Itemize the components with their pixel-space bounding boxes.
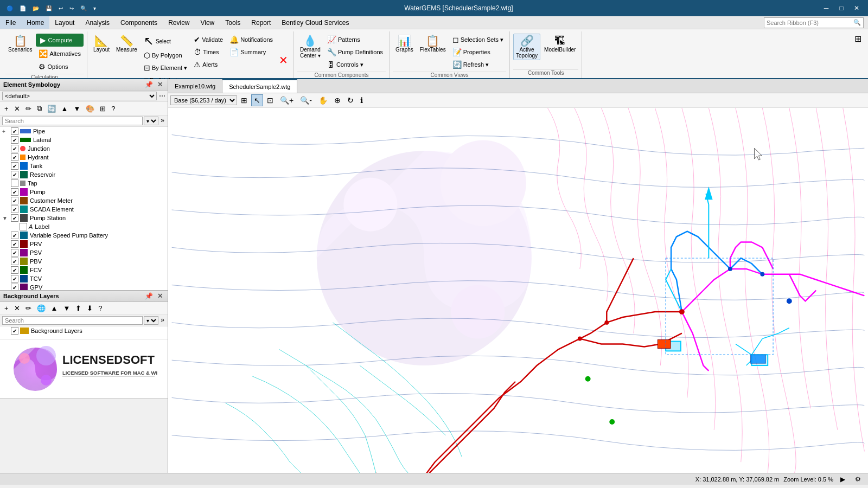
pin-button[interactable]: 📌 xyxy=(143,81,155,88)
symbology-search-expand[interactable]: » xyxy=(159,117,165,125)
status-refresh-btn[interactable]: ▶ xyxy=(838,474,848,485)
alerts-button[interactable]: ⚠ Alerts xyxy=(191,59,226,70)
close-panel-button[interactable]: ✕ xyxy=(156,81,164,88)
tree-item-pump-station[interactable]: ▼ ✔ Pump Station xyxy=(0,214,168,222)
menu-file[interactable]: File xyxy=(0,16,21,29)
close-button[interactable]: ✕ xyxy=(850,3,864,14)
app-icons[interactable]: 🔵 📄 📂 💾 ↩ ↪ 🔍 ▾ xyxy=(4,4,98,12)
tree-item-junction[interactable]: ✔ Junction xyxy=(0,144,168,153)
layout-button[interactable]: 📐 Layout xyxy=(91,34,112,54)
find-btn[interactable]: 🔍 xyxy=(78,4,89,12)
tab-scheduler-sample2[interactable]: SchedulerSample2.wtg xyxy=(222,79,297,93)
bg-down-btn[interactable]: ▼ xyxy=(61,303,72,313)
window-controls[interactable]: ─ □ ✕ xyxy=(819,3,864,14)
delete-btn[interactable]: ✕ xyxy=(12,104,22,114)
map-canvas[interactable]: LicensedSoft.com xyxy=(168,108,868,473)
tree-item-scada[interactable]: ✔ SCADA Element xyxy=(0,205,168,214)
measure-button[interactable]: 📏 Measure xyxy=(113,34,140,54)
bg-pin-button[interactable]: 📌 xyxy=(143,292,155,300)
by-polygon-button[interactable]: ⬡ By Polygon xyxy=(141,49,190,61)
new-btn[interactable]: 📄 xyxy=(17,4,28,12)
tree-item-tcv[interactable]: ✔ TCV xyxy=(0,274,168,283)
modelbuilder-button[interactable]: 🏗 ModelBuilder xyxy=(541,34,578,54)
tree-item-customer-meter[interactable]: ✔ Customer Meter xyxy=(0,196,168,205)
bg-search-input[interactable] xyxy=(2,316,143,325)
bg-add-btn[interactable]: + xyxy=(2,303,11,313)
tree-item-pbv[interactable]: ✔ PBV xyxy=(0,257,168,266)
down-btn[interactable]: ▼ xyxy=(71,104,82,114)
bg-up-btn[interactable]: ▲ xyxy=(49,303,60,313)
tab-example10[interactable]: Example10.wtg xyxy=(168,79,222,93)
help-btn[interactable]: ? xyxy=(109,104,117,114)
gpv-checkbox[interactable]: ✔ xyxy=(11,284,18,290)
ribbon-customize-button[interactable]: ⊞ xyxy=(854,34,861,44)
controls-button[interactable]: 🎛 Controls ▾ xyxy=(324,59,386,70)
zoom-extents-btn[interactable]: ⊞ xyxy=(238,94,250,106)
notifications-button[interactable]: 🔔 Notifications xyxy=(227,34,276,46)
selection-sets-button[interactable]: ◻ Selection Sets ▾ xyxy=(450,34,506,46)
tcv-checkbox[interactable]: ✔ xyxy=(11,275,18,282)
graphs-button[interactable]: 📊 Graphs xyxy=(393,34,416,54)
label-checkbox[interactable] xyxy=(20,223,27,230)
zoom-realtime-btn[interactable]: ⊕ xyxy=(331,94,343,106)
copy-btn[interactable]: ⧉ xyxy=(35,103,44,114)
psv-checkbox[interactable]: ✔ xyxy=(11,249,18,256)
redo-btn[interactable]: ↪ xyxy=(67,4,76,12)
tap-checkbox[interactable] xyxy=(11,179,18,187)
menu-analysis[interactable]: Analysis xyxy=(80,16,115,29)
select-tool-btn[interactable]: ↖ xyxy=(251,94,263,106)
color-btn[interactable]: 🎨 xyxy=(84,104,97,114)
menu-home[interactable]: Home xyxy=(21,16,49,29)
tree-item-pipe[interactable]: + ✔ Pipe xyxy=(0,127,168,136)
select-button[interactable]: ↖ Select xyxy=(141,34,190,49)
size-btn[interactable]: ⊞ xyxy=(98,104,108,114)
by-element-button[interactable]: ⊡ By Element ▾ xyxy=(141,62,190,74)
prv-checkbox[interactable]: ✔ xyxy=(11,240,18,248)
properties-button[interactable]: 📝 Properties xyxy=(450,46,506,58)
tree-item-lateral[interactable]: ✔ Lateral xyxy=(0,136,168,144)
status-settings-btn[interactable]: ⚙ xyxy=(852,474,864,485)
lateral-checkbox[interactable]: ✔ xyxy=(11,136,18,144)
delete-drawing-icon[interactable]: ✕ xyxy=(277,52,290,69)
bg-delete-btn[interactable]: ✕ xyxy=(12,303,22,313)
edit-btn[interactable]: ✏ xyxy=(23,104,34,114)
customer-meter-checkbox[interactable]: ✔ xyxy=(11,197,18,204)
flextables-button[interactable]: 📋 FlexTables xyxy=(417,34,449,54)
validate-button[interactable]: ✔ Validate xyxy=(191,34,226,46)
tree-item-hydrant[interactable]: ✔ Hydrant xyxy=(0,153,168,162)
scenarios-button[interactable]: 📋 Scenarios xyxy=(5,34,35,54)
save-btn[interactable]: 💾 xyxy=(43,4,54,12)
bg-top-btn[interactable]: ⬆ xyxy=(73,303,84,313)
refresh-symbology-btn[interactable]: 🔄 xyxy=(45,104,58,114)
tree-item-label[interactable]: A Label xyxy=(0,222,168,231)
tree-item-psv[interactable]: ✔ PSV xyxy=(0,248,168,257)
pump-checkbox[interactable]: ✔ xyxy=(11,188,18,196)
menu-bentley-cloud[interactable]: Bentley Cloud Services xyxy=(276,16,354,29)
times-button[interactable]: ⏱ Times xyxy=(191,46,226,58)
menu-tools[interactable]: Tools xyxy=(220,16,246,29)
open-btn[interactable]: 📂 xyxy=(30,4,41,12)
bg-help-btn[interactable]: ? xyxy=(96,303,104,313)
tree-item-gpv[interactable]: ✔ GPV xyxy=(0,283,168,290)
pump-definitions-button[interactable]: 🔧 Pump Definitions xyxy=(324,46,386,58)
tree-item-tank[interactable]: ✔ Tank xyxy=(0,162,168,170)
junction-checkbox[interactable]: ✔ xyxy=(11,145,18,152)
tree-item-vspb[interactable]: ✔ Variable Speed Pump Battery xyxy=(0,231,168,240)
up-btn[interactable]: ▲ xyxy=(59,104,71,114)
vspb-checkbox[interactable]: ✔ xyxy=(11,232,18,239)
fcv-checkbox[interactable]: ✔ xyxy=(11,266,18,274)
more-btn[interactable]: ▾ xyxy=(91,4,98,12)
menu-layout[interactable]: Layout xyxy=(49,16,80,29)
scada-checkbox[interactable]: ✔ xyxy=(11,206,18,213)
bg-globe-btn[interactable]: 🌐 xyxy=(35,303,48,313)
demand-center-button[interactable]: 💧 DemandCenter ▾ xyxy=(297,34,323,60)
zoom-window-btn[interactable]: ⊡ xyxy=(264,94,276,106)
compute-button[interactable]: ▶ Compute xyxy=(36,34,83,47)
tree-item-reservoir[interactable]: ✔ Reservoir xyxy=(0,170,168,179)
menu-report[interactable]: Report xyxy=(246,16,276,29)
tree-item-bg-layers[interactable]: ✔ Background Layers xyxy=(0,326,168,335)
pan-btn[interactable]: ✋ xyxy=(316,94,330,106)
bg-edit-btn[interactable]: ✏ xyxy=(23,303,34,313)
default-dropdown[interactable]: <default> xyxy=(2,92,157,100)
menu-view[interactable]: View xyxy=(195,16,220,29)
